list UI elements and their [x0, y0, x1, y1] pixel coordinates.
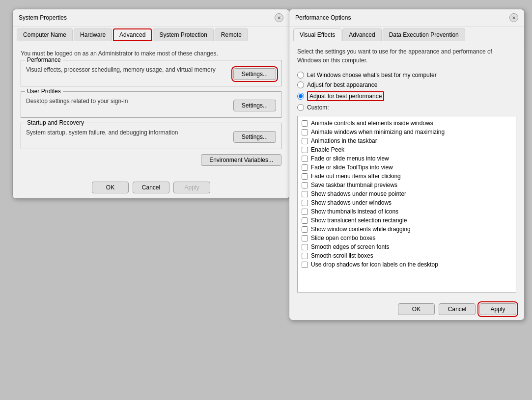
checkbox-item: Show thumbnails instead of icons [301, 208, 513, 215]
startup-recovery-desc: System startup, system failure, and debu… [26, 129, 178, 136]
checkbox-label-10: Show thumbnails instead of icons [311, 208, 398, 215]
performance-options-window: Performance Options ✕ Visual Effects Adv… [289, 9, 525, 320]
sys-props-apply-button[interactable]: Apply [173, 182, 210, 193]
radio-let-windows-label: Let Windows choose what's best for my co… [307, 72, 437, 79]
system-properties-window: System Properties ✕ Computer Name Hardwa… [12, 9, 290, 199]
startup-recovery-group: Startup and Recovery System startup, sys… [21, 123, 281, 149]
perf-tab-visual-effects[interactable]: Visual Effects [293, 28, 341, 41]
perf-opts-title-bar: Performance Options ✕ [289, 9, 524, 27]
checkbox-1[interactable] [302, 129, 308, 135]
perf-opts-ok-button[interactable]: OK [398, 303, 435, 315]
visual-effects-checkbox-list: Animate controls and elements inside win… [297, 116, 516, 293]
radio-custom-input[interactable] [297, 104, 304, 111]
user-profiles-label: User Profiles [25, 88, 63, 95]
checkbox-4[interactable] [302, 156, 308, 162]
perf-opts-footer: OK Cancel Apply [289, 298, 524, 320]
checkbox-item: Slide open combo boxes [301, 234, 513, 242]
sys-props-title: System Properties [19, 14, 67, 21]
checkbox-8[interactable] [302, 191, 308, 197]
checkbox-item: Animations in the taskbar [301, 137, 513, 145]
checkbox-7[interactable] [302, 182, 308, 188]
radio-best-appearance-input[interactable] [297, 81, 304, 88]
perf-opts-cancel-button[interactable]: Cancel [439, 303, 476, 315]
checkbox-label-8: Show shadows under mouse pointer [311, 190, 406, 197]
perf-opts-content: Select the settings you want to use for … [289, 41, 524, 298]
checkbox-item: Show shadows under mouse pointer [301, 190, 513, 198]
performance-settings-button[interactable]: Settings... [233, 68, 276, 80]
checkbox-label-4: Fade or slide menus into view [311, 155, 389, 162]
checkbox-item: Save taskbar thumbnail previews [301, 181, 513, 189]
user-profiles-desc: Desktop settings related to your sign-in [26, 98, 128, 105]
checkbox-label-6: Fade out menu items after clicking [311, 173, 401, 180]
sys-props-ok-button[interactable]: OK [92, 182, 129, 193]
perf-tab-dep[interactable]: Data Execution Prevention [383, 28, 465, 41]
env-vars-button[interactable]: Environment Variables... [201, 154, 281, 166]
checkbox-label-2: Animations in the taskbar [311, 137, 377, 144]
perf-opts-apply-button[interactable]: Apply [479, 303, 516, 315]
perf-description: Select the settings you want to use for … [297, 47, 516, 65]
tab-remote[interactable]: Remote [215, 28, 248, 41]
checkbox-12[interactable] [302, 226, 308, 233]
checkbox-0[interactable] [302, 120, 308, 127]
checkbox-5[interactable] [302, 164, 308, 171]
checkbox-item: Use drop shadows for icon labels on the … [301, 261, 513, 268]
radio-best-performance[interactable]: Adjust for best performance [297, 91, 516, 101]
radio-let-windows[interactable]: Let Windows choose what's best for my co… [297, 72, 516, 79]
radio-best-appearance-label: Adjust for best appearance [307, 81, 377, 88]
checkbox-11[interactable] [302, 217, 308, 224]
tab-hardware[interactable]: Hardware [74, 28, 112, 41]
perf-tab-advanced[interactable]: Advanced [342, 28, 381, 41]
checkbox-6[interactable] [302, 173, 308, 180]
radio-custom-label: Custom: [307, 104, 329, 111]
performance-label: Performance [25, 56, 63, 63]
checkbox-13[interactable] [302, 235, 308, 241]
checkbox-label-13: Slide open combo boxes [311, 235, 375, 241]
checkbox-label-12: Show window contents while dragging [311, 226, 411, 233]
checkbox-label-15: Smooth-scroll list boxes [311, 252, 373, 259]
perf-opts-title: Performance Options [295, 14, 351, 21]
tab-system-protection[interactable]: System Protection [153, 28, 213, 41]
checkbox-item: Animate windows when minimizing and maxi… [301, 128, 513, 136]
tab-advanced[interactable]: Advanced [113, 28, 152, 41]
performance-group: Performance Visual effects, processor sc… [21, 60, 281, 86]
startup-recovery-content: System startup, system failure, and debu… [26, 129, 276, 144]
checkbox-item: Enable Peek [301, 146, 513, 154]
checkbox-label-0: Animate controls and elements inside win… [311, 120, 433, 127]
sys-props-cancel-button[interactable]: Cancel [133, 182, 169, 193]
checkbox-16[interactable] [302, 262, 308, 268]
startup-recovery-settings-button[interactable]: Settings... [233, 131, 276, 143]
sys-props-close-button[interactable]: ✕ [275, 13, 283, 22]
env-vars-row: Environment Variables... [21, 154, 281, 166]
performance-desc: Visual effects, processor scheduling, me… [26, 66, 216, 73]
tab-computer-name[interactable]: Computer Name [17, 28, 73, 41]
checkbox-15[interactable] [302, 253, 308, 259]
checkbox-item: Smooth edges of screen fonts [301, 243, 513, 251]
sys-props-footer: OK Cancel Apply [13, 177, 289, 198]
checkbox-label-11: Show translucent selection rectangle [311, 217, 407, 224]
checkbox-label-3: Enable Peek [311, 146, 344, 153]
checkbox-14[interactable] [302, 244, 308, 250]
checkbox-3[interactable] [302, 147, 308, 153]
radio-let-windows-input[interactable] [297, 72, 304, 79]
perf-opts-close-button[interactable]: ✕ [509, 13, 518, 22]
checkbox-item: Fade or slide ToolTips into view [301, 163, 513, 171]
checkbox-item: Show window contents while dragging [301, 225, 513, 233]
checkbox-item: Fade or slide menus into view [301, 155, 513, 162]
checkbox-10[interactable] [302, 209, 308, 215]
checkbox-9[interactable] [302, 200, 308, 206]
sys-props-content: You must be logged on as an Administrato… [13, 41, 289, 177]
user-profiles-settings-button[interactable]: Settings... [233, 100, 276, 111]
radio-custom[interactable]: Custom: [297, 104, 516, 111]
sys-props-title-bar: System Properties ✕ [13, 9, 289, 27]
radio-best-performance-input[interactable] [297, 93, 304, 100]
checkbox-label-14: Smooth edges of screen fonts [311, 243, 389, 250]
sys-props-tabs: Computer Name Hardware Advanced System P… [13, 27, 289, 41]
perf-radio-group: Let Windows choose what's best for my co… [297, 72, 516, 111]
perf-opts-tabs: Visual Effects Advanced Data Execution P… [289, 27, 524, 41]
checkbox-2[interactable] [302, 138, 308, 144]
checkbox-label-1: Animate windows when minimizing and maxi… [311, 129, 445, 135]
radio-best-appearance[interactable]: Adjust for best appearance [297, 81, 516, 88]
checkbox-label-5: Fade or slide ToolTips into view [311, 164, 393, 171]
checkbox-label-7: Save taskbar thumbnail previews [311, 182, 397, 188]
user-profiles-content: Desktop settings related to your sign-in… [26, 98, 276, 112]
